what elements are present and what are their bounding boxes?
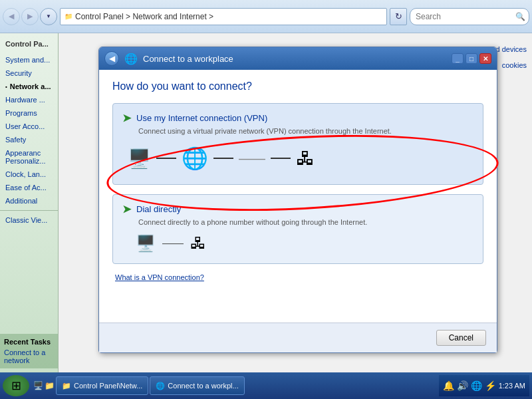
- sidebar-item-hardware[interactable]: Hardware ...: [0, 93, 58, 106]
- sidebar-item-label: AppearancPersonaliz...: [5, 149, 46, 165]
- dialog-close-button[interactable]: ✕: [479, 53, 491, 64]
- sidebar-item-label: Ease of Ac...: [5, 184, 47, 192]
- sidebar-item-label: Clock, Lan...: [5, 170, 46, 178]
- sidebar-title: Control Pa...: [0, 37, 58, 51]
- dial-line-icon: ——: [162, 237, 184, 249]
- vpn-network-diagram: 🖥️ 🌐 —— 🖧: [122, 143, 473, 174]
- main-content: Control Pa... System and... Security • N…: [0, 33, 532, 372]
- sidebar-item-security[interactable]: Security: [0, 66, 58, 80]
- dialog-footer: Cancel: [99, 323, 497, 352]
- globe-icon: 🌐: [182, 146, 208, 171]
- search-input[interactable]: [416, 12, 515, 21]
- dialog-back-button[interactable]: ◀: [104, 51, 119, 66]
- sidebar-item-network[interactable]: • Network a...: [0, 80, 58, 93]
- search-bar[interactable]: 🔍: [410, 8, 529, 25]
- tray-icon-1: 🔔: [443, 380, 454, 391]
- taskbar-btn-label-1: Control Panel\Netw...: [74, 382, 142, 390]
- taskbar-icon-2: 🌐: [156, 382, 165, 390]
- sidebar-item-label: Security: [5, 69, 32, 77]
- sidebar-item-label: Hardware ...: [5, 96, 45, 104]
- sidebar-item-system[interactable]: System and...: [0, 53, 58, 66]
- breadcrumb-text: Control Panel > Network and Internet >: [75, 12, 213, 21]
- bullet-icon: •: [5, 84, 7, 90]
- sidebar-item-label: Additional: [5, 197, 37, 205]
- dial-option-title: Dial directly: [136, 204, 181, 214]
- taskbar-connect-dialog[interactable]: 🌐 Connect to a workpl...: [150, 376, 244, 395]
- sidebar-item-label: System and...: [5, 56, 50, 64]
- recent-task-link[interactable]: Connect to a network: [4, 348, 54, 364]
- sidebar-item-clock[interactable]: Clock, Lan...: [0, 168, 58, 181]
- dial-option-header: ➤ Dial directly: [122, 203, 473, 215]
- dial-diagram: 🖥️ —— 🖧: [136, 234, 473, 253]
- dialog-minimize-button[interactable]: _: [452, 53, 464, 64]
- back-button[interactable]: ◀: [3, 8, 20, 25]
- sidebar-item-label: User Acco...: [5, 122, 45, 130]
- dialog-icon: 🌐: [124, 53, 138, 65]
- vpn-option-desc: Connect using a virtual private network …: [138, 127, 473, 135]
- tray-icons: 🔔 🔊 🌐 ⚡: [443, 380, 496, 391]
- dial-arrow-icon: ➤: [122, 203, 131, 215]
- start-button[interactable]: ⊞: [3, 375, 29, 396]
- sidebar-item-programs[interactable]: Programs: [0, 106, 58, 120]
- sidebar-divider: [0, 210, 58, 211]
- nav-buttons: ◀ ▶ ▼: [3, 8, 57, 25]
- dial-server-icon: 🖧: [190, 234, 206, 253]
- sidebar-item-label: Programs: [5, 109, 37, 117]
- taskbar: ⊞ 🖥️ 📁 📁 Control Panel\Netw... 🌐 Connect…: [0, 372, 532, 399]
- tray-icon-3: 🌐: [471, 380, 482, 391]
- folder-icon: 📁: [65, 13, 72, 20]
- vpn-info-link[interactable]: What is a VPN connection?: [115, 273, 483, 281]
- dialog-body: How do you want to connect? ➤ Use my Int…: [99, 70, 497, 323]
- connect-dialog: ◀ 🌐 Connect to a workplace _ □ ✕ How do …: [98, 47, 497, 353]
- panel-background: and devices cookies ◀ 🌐 Connect to a wor…: [59, 33, 532, 372]
- net-line-3: [271, 158, 291, 159]
- dialog-question: How do you want to connect?: [112, 80, 483, 92]
- dialog-titlebar: ◀ 🌐 Connect to a workplace _ □ ✕: [99, 47, 497, 70]
- sidebar-item-label: Safety: [5, 136, 26, 144]
- server-icon: 🖧: [296, 148, 315, 170]
- dial-option-desc: Connect directly to a phone number witho…: [138, 218, 473, 226]
- dialog-title-text: Connect to a workplace: [143, 54, 233, 64]
- dialog-maximize-button[interactable]: □: [466, 53, 477, 64]
- forward-button[interactable]: ▶: [21, 8, 39, 25]
- sidebar-item-safety[interactable]: Safety: [0, 133, 58, 146]
- cancel-button[interactable]: Cancel: [436, 330, 486, 346]
- sidebar-item-ease[interactable]: Ease of Ac...: [0, 181, 58, 194]
- sidebar: Control Pa... System and... Security • N…: [0, 33, 59, 372]
- dropdown-button[interactable]: ▼: [40, 8, 57, 25]
- sidebar-item-label: Classic Vie...: [5, 216, 47, 224]
- tray-time: 1:23 AM: [499, 382, 525, 390]
- refresh-button[interactable]: ↻: [390, 8, 407, 25]
- sidebar-item-classic[interactable]: Classic Vie...: [0, 213, 58, 227]
- recent-tasks-section: Recent Tasks Connect to a network: [0, 334, 58, 368]
- sidebar-item-user[interactable]: User Acco...: [0, 120, 58, 133]
- vpn-option-title: Use my Internet connection (VPN): [136, 113, 267, 123]
- taskbar-icon-1: 📁: [62, 382, 71, 390]
- dial-option[interactable]: ➤ Dial directly Connect directly to a ph…: [112, 194, 483, 264]
- sidebar-item-appearance[interactable]: AppearancPersonaliz...: [0, 146, 58, 168]
- search-icon: 🔍: [515, 12, 525, 21]
- vpn-option-header: ➤ Use my Internet connection (VPN): [122, 112, 473, 124]
- net-line-1: [156, 158, 176, 159]
- vpn-arrow-icon: ➤: [122, 112, 131, 124]
- address-bar[interactable]: 📁 Control Panel > Network and Internet >: [60, 8, 387, 25]
- dash-icon: ——: [239, 151, 265, 166]
- tray-icon-4: ⚡: [485, 380, 496, 391]
- tray-icon-2: 🔊: [457, 380, 468, 391]
- address-bar-row: ◀ ▶ ▼ 📁 Control Panel > Network and Inte…: [0, 0, 532, 33]
- sidebar-item-label: Network a...: [10, 82, 51, 90]
- dialog-title-left: ◀ 🌐 Connect to a workplace: [104, 51, 233, 66]
- system-tray: 🔔 🔊 🌐 ⚡ 1:23 AM: [439, 375, 529, 396]
- taskbar-btn-label-2: Connect to a workpl...: [168, 382, 238, 390]
- sidebar-item-additional[interactable]: Additional: [0, 194, 58, 207]
- computer-icon: 🖥️: [128, 148, 151, 170]
- taskbar-control-panel[interactable]: 📁 Control Panel\Netw...: [56, 376, 148, 395]
- dialog-controls: _ □ ✕: [452, 53, 491, 64]
- recent-tasks-title: Recent Tasks: [4, 338, 54, 346]
- net-line-2: [213, 158, 233, 159]
- dial-computer-icon: 🖥️: [136, 234, 156, 253]
- vpn-option[interactable]: ➤ Use my Internet connection (VPN) Conne…: [112, 103, 483, 185]
